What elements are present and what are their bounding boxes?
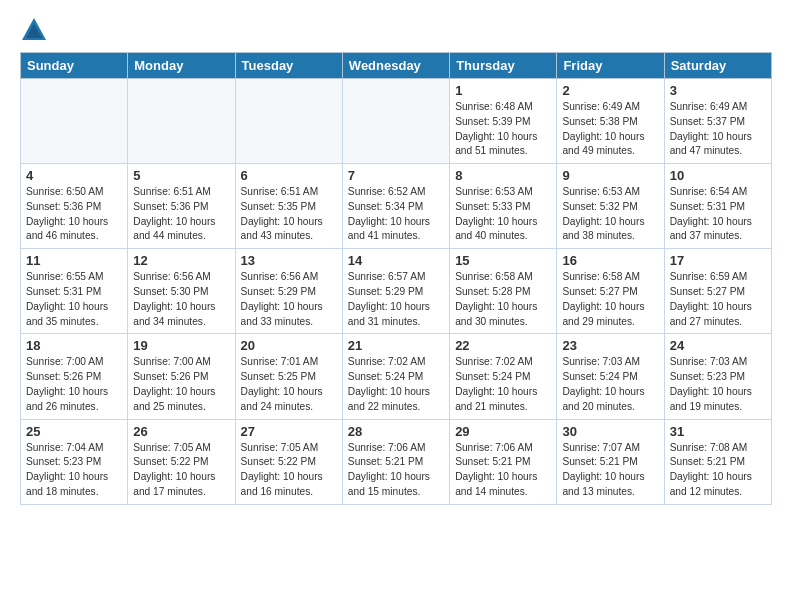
- day-cell: 8Sunrise: 6:53 AMSunset: 5:33 PMDaylight…: [450, 164, 557, 249]
- day-number: 1: [455, 83, 551, 98]
- day-cell: 17Sunrise: 6:59 AMSunset: 5:27 PMDayligh…: [664, 249, 771, 334]
- day-cell: 10Sunrise: 6:54 AMSunset: 5:31 PMDayligh…: [664, 164, 771, 249]
- logo-icon: [20, 16, 48, 44]
- day-info: Sunrise: 7:02 AMSunset: 5:24 PMDaylight:…: [455, 355, 551, 414]
- day-info: Sunrise: 6:56 AMSunset: 5:30 PMDaylight:…: [133, 270, 229, 329]
- day-cell: 13Sunrise: 6:56 AMSunset: 5:29 PMDayligh…: [235, 249, 342, 334]
- day-cell: 30Sunrise: 7:07 AMSunset: 5:21 PMDayligh…: [557, 419, 664, 504]
- day-info: Sunrise: 7:00 AMSunset: 5:26 PMDaylight:…: [133, 355, 229, 414]
- day-info: Sunrise: 6:57 AMSunset: 5:29 PMDaylight:…: [348, 270, 444, 329]
- day-info: Sunrise: 6:55 AMSunset: 5:31 PMDaylight:…: [26, 270, 122, 329]
- calendar-table: SundayMondayTuesdayWednesdayThursdayFrid…: [20, 52, 772, 505]
- day-info: Sunrise: 6:49 AMSunset: 5:37 PMDaylight:…: [670, 100, 766, 159]
- day-number: 4: [26, 168, 122, 183]
- day-info: Sunrise: 6:49 AMSunset: 5:38 PMDaylight:…: [562, 100, 658, 159]
- header: [20, 16, 772, 44]
- day-cell: [342, 79, 449, 164]
- day-cell: 23Sunrise: 7:03 AMSunset: 5:24 PMDayligh…: [557, 334, 664, 419]
- day-number: 11: [26, 253, 122, 268]
- day-number: 8: [455, 168, 551, 183]
- week-row-2: 4Sunrise: 6:50 AMSunset: 5:36 PMDaylight…: [21, 164, 772, 249]
- day-cell: 19Sunrise: 7:00 AMSunset: 5:26 PMDayligh…: [128, 334, 235, 419]
- day-cell: 6Sunrise: 6:51 AMSunset: 5:35 PMDaylight…: [235, 164, 342, 249]
- day-info: Sunrise: 6:58 AMSunset: 5:27 PMDaylight:…: [562, 270, 658, 329]
- day-number: 23: [562, 338, 658, 353]
- day-info: Sunrise: 6:54 AMSunset: 5:31 PMDaylight:…: [670, 185, 766, 244]
- day-info: Sunrise: 6:51 AMSunset: 5:35 PMDaylight:…: [241, 185, 337, 244]
- day-cell: 5Sunrise: 6:51 AMSunset: 5:36 PMDaylight…: [128, 164, 235, 249]
- day-number: 9: [562, 168, 658, 183]
- day-number: 16: [562, 253, 658, 268]
- day-info: Sunrise: 6:56 AMSunset: 5:29 PMDaylight:…: [241, 270, 337, 329]
- day-number: 22: [455, 338, 551, 353]
- weekday-header-tuesday: Tuesday: [235, 53, 342, 79]
- day-cell: 14Sunrise: 6:57 AMSunset: 5:29 PMDayligh…: [342, 249, 449, 334]
- weekday-header-wednesday: Wednesday: [342, 53, 449, 79]
- day-number: 17: [670, 253, 766, 268]
- weekday-header-saturday: Saturday: [664, 53, 771, 79]
- day-number: 7: [348, 168, 444, 183]
- day-info: Sunrise: 7:07 AMSunset: 5:21 PMDaylight:…: [562, 441, 658, 500]
- day-cell: 25Sunrise: 7:04 AMSunset: 5:23 PMDayligh…: [21, 419, 128, 504]
- week-row-5: 25Sunrise: 7:04 AMSunset: 5:23 PMDayligh…: [21, 419, 772, 504]
- day-info: Sunrise: 7:06 AMSunset: 5:21 PMDaylight:…: [348, 441, 444, 500]
- day-info: Sunrise: 6:52 AMSunset: 5:34 PMDaylight:…: [348, 185, 444, 244]
- day-number: 18: [26, 338, 122, 353]
- day-cell: 7Sunrise: 6:52 AMSunset: 5:34 PMDaylight…: [342, 164, 449, 249]
- day-cell: 4Sunrise: 6:50 AMSunset: 5:36 PMDaylight…: [21, 164, 128, 249]
- day-number: 3: [670, 83, 766, 98]
- day-number: 5: [133, 168, 229, 183]
- day-cell: 9Sunrise: 6:53 AMSunset: 5:32 PMDaylight…: [557, 164, 664, 249]
- day-info: Sunrise: 7:08 AMSunset: 5:21 PMDaylight:…: [670, 441, 766, 500]
- weekday-header-friday: Friday: [557, 53, 664, 79]
- day-number: 31: [670, 424, 766, 439]
- day-info: Sunrise: 7:05 AMSunset: 5:22 PMDaylight:…: [133, 441, 229, 500]
- day-number: 30: [562, 424, 658, 439]
- day-info: Sunrise: 6:53 AMSunset: 5:32 PMDaylight:…: [562, 185, 658, 244]
- weekday-header-thursday: Thursday: [450, 53, 557, 79]
- day-info: Sunrise: 7:04 AMSunset: 5:23 PMDaylight:…: [26, 441, 122, 500]
- day-cell: 29Sunrise: 7:06 AMSunset: 5:21 PMDayligh…: [450, 419, 557, 504]
- day-info: Sunrise: 7:05 AMSunset: 5:22 PMDaylight:…: [241, 441, 337, 500]
- day-cell: 27Sunrise: 7:05 AMSunset: 5:22 PMDayligh…: [235, 419, 342, 504]
- day-info: Sunrise: 7:00 AMSunset: 5:26 PMDaylight:…: [26, 355, 122, 414]
- day-info: Sunrise: 7:06 AMSunset: 5:21 PMDaylight:…: [455, 441, 551, 500]
- day-number: 21: [348, 338, 444, 353]
- day-number: 28: [348, 424, 444, 439]
- day-number: 10: [670, 168, 766, 183]
- day-info: Sunrise: 7:02 AMSunset: 5:24 PMDaylight:…: [348, 355, 444, 414]
- week-row-4: 18Sunrise: 7:00 AMSunset: 5:26 PMDayligh…: [21, 334, 772, 419]
- day-cell: 31Sunrise: 7:08 AMSunset: 5:21 PMDayligh…: [664, 419, 771, 504]
- day-cell: [128, 79, 235, 164]
- day-cell: 15Sunrise: 6:58 AMSunset: 5:28 PMDayligh…: [450, 249, 557, 334]
- day-number: 19: [133, 338, 229, 353]
- week-row-1: 1Sunrise: 6:48 AMSunset: 5:39 PMDaylight…: [21, 79, 772, 164]
- day-cell: 24Sunrise: 7:03 AMSunset: 5:23 PMDayligh…: [664, 334, 771, 419]
- day-info: Sunrise: 6:53 AMSunset: 5:33 PMDaylight:…: [455, 185, 551, 244]
- day-number: 2: [562, 83, 658, 98]
- day-cell: 1Sunrise: 6:48 AMSunset: 5:39 PMDaylight…: [450, 79, 557, 164]
- day-info: Sunrise: 7:01 AMSunset: 5:25 PMDaylight:…: [241, 355, 337, 414]
- day-info: Sunrise: 6:58 AMSunset: 5:28 PMDaylight:…: [455, 270, 551, 329]
- day-cell: 3Sunrise: 6:49 AMSunset: 5:37 PMDaylight…: [664, 79, 771, 164]
- day-cell: 22Sunrise: 7:02 AMSunset: 5:24 PMDayligh…: [450, 334, 557, 419]
- day-cell: 11Sunrise: 6:55 AMSunset: 5:31 PMDayligh…: [21, 249, 128, 334]
- day-number: 20: [241, 338, 337, 353]
- page: SundayMondayTuesdayWednesdayThursdayFrid…: [0, 0, 792, 521]
- week-row-3: 11Sunrise: 6:55 AMSunset: 5:31 PMDayligh…: [21, 249, 772, 334]
- day-cell: 2Sunrise: 6:49 AMSunset: 5:38 PMDaylight…: [557, 79, 664, 164]
- day-cell: 21Sunrise: 7:02 AMSunset: 5:24 PMDayligh…: [342, 334, 449, 419]
- day-number: 29: [455, 424, 551, 439]
- day-cell: 12Sunrise: 6:56 AMSunset: 5:30 PMDayligh…: [128, 249, 235, 334]
- day-number: 24: [670, 338, 766, 353]
- logo: [20, 16, 52, 44]
- day-number: 15: [455, 253, 551, 268]
- weekday-header-monday: Monday: [128, 53, 235, 79]
- day-info: Sunrise: 6:51 AMSunset: 5:36 PMDaylight:…: [133, 185, 229, 244]
- day-info: Sunrise: 6:48 AMSunset: 5:39 PMDaylight:…: [455, 100, 551, 159]
- day-number: 14: [348, 253, 444, 268]
- weekday-header-row: SundayMondayTuesdayWednesdayThursdayFrid…: [21, 53, 772, 79]
- day-number: 25: [26, 424, 122, 439]
- day-cell: 20Sunrise: 7:01 AMSunset: 5:25 PMDayligh…: [235, 334, 342, 419]
- day-number: 12: [133, 253, 229, 268]
